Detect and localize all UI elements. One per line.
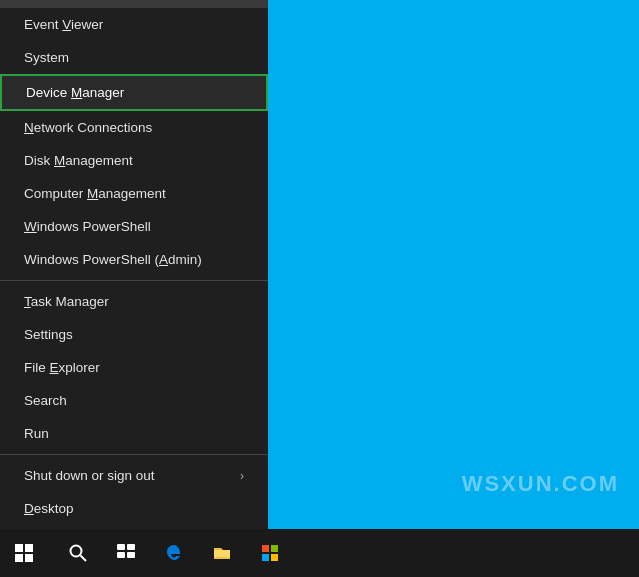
menu-item-system[interactable]: System — [0, 41, 268, 74]
task-view-icon[interactable] — [104, 529, 148, 577]
menu-divider — [0, 280, 268, 281]
menu-item-label-search: Search — [24, 393, 67, 408]
menu-item-label-windows-powershell-admin: Windows PowerShell (Admin) — [24, 252, 202, 267]
svg-rect-7 — [127, 544, 135, 550]
menu-item-desktop[interactable]: Desktop — [0, 492, 268, 525]
menu-item-label-desktop: Desktop — [24, 501, 74, 516]
explorer-icon[interactable] — [200, 529, 244, 577]
menu-item-search[interactable]: Search — [0, 384, 268, 417]
svg-rect-2 — [15, 554, 23, 562]
menu-item-event-viewer[interactable]: Event Viewer — [0, 8, 268, 41]
menu-item-label-settings: Settings — [24, 327, 73, 342]
taskbar — [0, 529, 639, 577]
store-icon[interactable] — [248, 529, 292, 577]
menu-item-label-windows-powershell: Windows PowerShell — [24, 219, 151, 234]
menu-item-task-manager[interactable]: Task Manager — [0, 285, 268, 318]
menu-item-label-system: System — [24, 50, 69, 65]
svg-rect-1 — [25, 544, 33, 552]
svg-rect-11 — [271, 545, 278, 552]
menu-item-run[interactable]: Run — [0, 417, 268, 450]
edge-icon[interactable] — [152, 529, 196, 577]
menu-item-label-device-manager: Device Manager — [26, 85, 124, 100]
menu-item-settings[interactable]: Settings — [0, 318, 268, 351]
menu-item-label-computer-management: Computer Management — [24, 186, 166, 201]
svg-rect-10 — [262, 545, 269, 552]
svg-point-4 — [71, 546, 82, 557]
svg-line-5 — [81, 556, 87, 562]
svg-rect-3 — [25, 554, 33, 562]
menu-item-network-connections[interactable]: Network Connections — [0, 111, 268, 144]
menu-item-computer-management[interactable]: Computer Management — [0, 177, 268, 210]
menu-item-label-task-manager: Task Manager — [24, 294, 109, 309]
submenu-arrow-icon: › — [240, 469, 244, 483]
menu-item-label-file-explorer: File Explorer — [24, 360, 100, 375]
menu-item-power-options[interactable]: Power Options — [0, 0, 268, 8]
menu-divider — [0, 454, 268, 455]
svg-rect-13 — [271, 554, 278, 561]
menu-item-label-network-connections: Network Connections — [24, 120, 152, 135]
menu-item-shut-down[interactable]: Shut down or sign out› — [0, 459, 268, 492]
menu-item-device-manager[interactable]: Device Manager — [0, 74, 268, 111]
svg-rect-8 — [117, 552, 125, 558]
menu-item-label-event-viewer: Event Viewer — [24, 17, 103, 32]
start-button[interactable] — [0, 529, 48, 577]
menu-item-disk-management[interactable]: Disk Management — [0, 144, 268, 177]
menu-item-label-shut-down: Shut down or sign out — [24, 468, 155, 483]
menu-item-file-explorer[interactable]: File Explorer — [0, 351, 268, 384]
menu-item-label-disk-management: Disk Management — [24, 153, 133, 168]
menu-item-windows-powershell-admin[interactable]: Windows PowerShell (Admin) — [0, 243, 268, 276]
taskbar-icons — [48, 529, 292, 577]
menu-item-label-run: Run — [24, 426, 49, 441]
search-taskbar-icon[interactable] — [56, 529, 100, 577]
svg-rect-12 — [262, 554, 269, 561]
svg-rect-6 — [117, 544, 125, 550]
svg-rect-9 — [127, 552, 135, 558]
menu-item-windows-powershell[interactable]: Windows PowerShell — [0, 210, 268, 243]
context-menu: Apps and FeaturesPower OptionsEvent View… — [0, 0, 268, 529]
svg-rect-0 — [15, 544, 23, 552]
watermark-text: WSXUN.COM — [462, 471, 619, 497]
